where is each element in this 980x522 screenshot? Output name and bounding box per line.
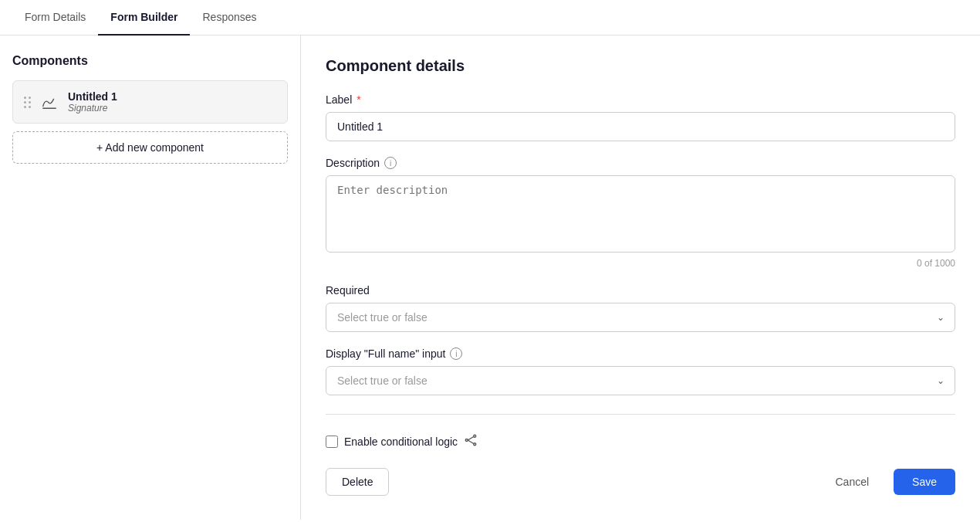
description-field-group: Description i 0 of 1000 (326, 157, 955, 269)
sidebar: Components Untitled 1 Signature + Add ne… (0, 36, 301, 520)
description-textarea[interactable] (326, 175, 955, 253)
cancel-button[interactable]: Cancel (819, 469, 884, 495)
tab-form-builder[interactable]: Form Builder (98, 0, 190, 36)
required-select[interactable]: Select true or false true false (326, 303, 955, 332)
description-counter: 0 of 1000 (326, 258, 955, 269)
right-actions: Cancel Save (819, 469, 955, 495)
top-nav: Form Details Form Builder Responses (0, 0, 980, 36)
delete-button[interactable]: Delete (326, 468, 389, 496)
panel-title: Component details (326, 57, 955, 75)
description-field-label: Description i (326, 157, 955, 169)
conditional-logic-checkbox[interactable] (326, 436, 338, 448)
component-item[interactable]: Untitled 1 Signature (12, 80, 288, 124)
svg-line-5 (468, 440, 474, 444)
conditional-logic-row: Enable conditional logic (326, 433, 955, 449)
svg-point-3 (474, 443, 476, 446)
required-star: * (357, 93, 360, 106)
conditional-logic-icon (464, 433, 478, 449)
add-component-button[interactable]: + Add new component (12, 131, 288, 164)
fullname-field-label: Display "Full name" input i (326, 347, 955, 360)
label-input[interactable] (326, 112, 955, 141)
conditional-logic-label: Enable conditional logic (344, 436, 458, 448)
tab-form-details[interactable]: Form Details (12, 0, 98, 36)
signature-icon (39, 91, 60, 113)
fullname-select[interactable]: Select true or false true false (326, 366, 955, 395)
component-name: Untitled 1 (68, 90, 276, 103)
required-field-label: Required (326, 284, 955, 297)
fullname-select-wrapper: Select true or false true false ⌄ (326, 366, 955, 395)
section-divider (326, 414, 955, 415)
required-select-wrapper: Select true or false true false ⌄ (326, 303, 955, 332)
component-info: Untitled 1 Signature (68, 90, 276, 114)
fullname-field-group: Display "Full name" input i Select true … (326, 347, 955, 395)
svg-point-2 (474, 435, 476, 437)
fullname-info-icon[interactable]: i (450, 347, 462, 360)
label-field-label: Label * (326, 93, 955, 106)
component-type: Signature (68, 103, 276, 114)
tab-responses[interactable]: Responses (190, 0, 269, 36)
drag-handle[interactable] (24, 97, 31, 108)
component-details-panel: Component details Label * Description i … (301, 36, 980, 520)
label-field-group: Label * (326, 93, 955, 141)
svg-point-1 (465, 439, 468, 442)
footer-actions: Delete Cancel Save (326, 468, 955, 496)
save-button[interactable]: Save (894, 469, 955, 495)
description-info-icon[interactable]: i (384, 157, 397, 169)
svg-line-4 (468, 437, 474, 441)
required-field-group: Required Select true or false true false… (326, 284, 955, 332)
sidebar-title: Components (12, 54, 288, 68)
main-layout: Components Untitled 1 Signature + Add ne… (0, 36, 980, 520)
